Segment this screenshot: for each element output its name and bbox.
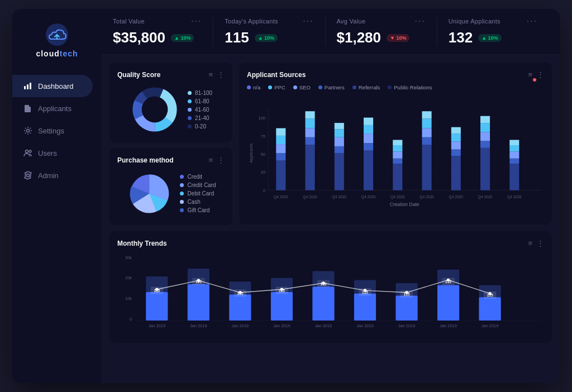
stat-total-value-more[interactable]: ···	[191, 17, 202, 26]
svg-rect-64	[422, 111, 432, 118]
applicant-sources-title: Applicant Sources	[247, 71, 306, 79]
svg-text:0: 0	[263, 188, 265, 193]
monthly-chart-container: 0 10k 20k 30k 115 Jan	[117, 253, 544, 333]
svg-text:0: 0	[130, 317, 132, 322]
more-icon-3[interactable]: ⋮	[537, 70, 544, 79]
filter-icon[interactable]: ≡	[208, 70, 213, 79]
svg-rect-44	[335, 137, 344, 146]
svg-text:10k: 10k	[125, 296, 132, 301]
monthly-trends-actions: ≡ ⋮	[528, 239, 544, 247]
svg-rect-72	[480, 148, 490, 190]
svg-rect-45	[335, 130, 344, 137]
svg-rect-33	[276, 136, 285, 144]
svg-rect-2	[27, 84, 28, 89]
svg-rect-114	[312, 287, 334, 321]
svg-rect-134	[479, 297, 501, 321]
more-icon-4[interactable]: ⋮	[537, 239, 544, 247]
svg-rect-60	[422, 145, 432, 190]
stat-avg-value-more[interactable]: ···	[414, 17, 425, 26]
svg-rect-104	[229, 295, 251, 321]
logo-text: cloudtech	[36, 49, 78, 58]
svg-rect-94	[146, 292, 168, 321]
svg-text:25: 25	[261, 170, 265, 175]
purchase-method-panel: Purchase method ≡ ⋮	[109, 148, 232, 225]
svg-text:Jan 2019: Jan 2019	[149, 323, 166, 328]
stat-today-applicants-more[interactable]: ···	[303, 17, 313, 26]
left-panels: Quality Score ≡ ⋮	[109, 63, 232, 224]
svg-text:Q4 2020: Q4 2020	[420, 195, 434, 199]
sidebar-item-applicants[interactable]: Applicants	[12, 97, 93, 119]
sidebar-item-admin[interactable]: Admin	[12, 164, 93, 187]
app-container: cloudtech Dashboard Applicants	[12, 9, 560, 383]
applicant-sources-panel: Applicant Sources ≡ ⋮ n/a PPC SEO Partne…	[239, 63, 552, 224]
svg-point-143	[364, 289, 367, 292]
sidebar-item-settings[interactable]: Settings	[12, 119, 93, 142]
applicant-sources-actions: ≡ ⋮	[528, 70, 544, 79]
logo-icon	[45, 22, 69, 47]
svg-rect-99	[188, 284, 209, 321]
stat-total-value: Total Value ··· $35,800 ▲ 10%	[113, 17, 213, 46]
filter-icon-4[interactable]: ≡	[528, 239, 532, 247]
more-icon-2[interactable]: ⋮	[217, 156, 225, 164]
quality-score-panel: Quality Score ≡ ⋮	[109, 63, 232, 142]
svg-rect-31	[276, 153, 285, 160]
monthly-trends-panel: Monthly Trends ≡ ⋮ 0 10k 20k 30k	[109, 231, 552, 343]
svg-rect-3	[30, 83, 31, 89]
quality-score-actions: ≡ ⋮	[208, 70, 225, 79]
svg-point-141	[280, 288, 284, 291]
svg-text:Q4 2020: Q4 2020	[303, 195, 317, 199]
sidebar-item-admin-label: Admin	[38, 171, 59, 180]
svg-text:Jan 2019: Jan 2019	[482, 323, 499, 328]
more-icon[interactable]: ⋮	[217, 70, 225, 79]
bar-chart-svg: 0 25 50 75 100 Applicants	[247, 95, 544, 217]
svg-point-146	[488, 292, 492, 295]
file-icon	[23, 104, 32, 113]
stat-unique-applicants: Unique Applicants ··· 132 ▲ 10%	[437, 17, 549, 46]
svg-rect-124	[395, 295, 417, 321]
svg-rect-61	[422, 137, 432, 145]
sidebar-item-users-label: Users	[38, 149, 57, 157]
donut-container: 81-100 61-80 41-60 21-40 0-20	[117, 84, 225, 135]
svg-rect-57	[393, 145, 402, 151]
stat-total-value-label: Total Value	[113, 18, 145, 25]
svg-rect-69	[451, 133, 461, 141]
svg-text:Jan 2019: Jan 2019	[440, 323, 457, 328]
svg-rect-56	[393, 151, 402, 158]
svg-rect-119	[354, 294, 376, 321]
monthly-chart-svg: 0 10k 20k 30k 115 Jan	[117, 253, 544, 331]
svg-rect-42	[335, 153, 344, 190]
svg-text:Jan 2019: Jan 2019	[273, 323, 290, 328]
svg-text:Jan 2019: Jan 2019	[232, 323, 249, 328]
filter-icon-3[interactable]: ≡	[528, 70, 532, 79]
filter-icon-2[interactable]: ≡	[208, 156, 213, 164]
svg-rect-62	[422, 128, 432, 137]
content-area: Quality Score ≡ ⋮	[102, 55, 560, 383]
chart-legend: n/a PPC SEO Partners Referrals Public Re…	[247, 84, 544, 90]
svg-rect-79	[509, 159, 519, 164]
donut-chart	[130, 84, 180, 135]
stat-total-value-value: $35,800 ▲ 10%	[113, 29, 202, 46]
svg-rect-52	[364, 118, 373, 125]
svg-text:75: 75	[261, 134, 265, 139]
stat-today-applicants-value: 115 ▲ 10%	[225, 29, 313, 46]
stat-unique-applicants-more[interactable]: ···	[527, 17, 537, 26]
stat-avg-value: Avg Value ··· $1,280 ▼ 10%	[326, 17, 437, 46]
svg-rect-39	[306, 119, 315, 128]
svg-text:Q4 2020: Q4 2020	[478, 195, 493, 199]
svg-point-144	[405, 291, 408, 294]
svg-rect-50	[364, 133, 373, 143]
svg-rect-70	[451, 127, 461, 133]
sidebar: cloudtech Dashboard Applicants	[12, 9, 102, 383]
svg-rect-32	[276, 144, 285, 153]
svg-text:Q4 2020: Q4 2020	[361, 195, 376, 199]
svg-point-9	[27, 174, 30, 177]
svg-rect-38	[306, 128, 315, 137]
svg-text:100: 100	[259, 116, 266, 121]
sidebar-item-settings-label: Settings	[38, 127, 64, 135]
purchase-method-title: Purchase method	[117, 156, 174, 164]
sidebar-item-dashboard[interactable]: Dashboard	[12, 75, 93, 97]
svg-rect-109	[271, 292, 293, 321]
sidebar-item-users[interactable]: Users	[12, 142, 93, 164]
stat-today-applicants: Today's Applicants ··· 115 ▲ 10%	[213, 17, 325, 46]
chart-bar-icon	[23, 82, 32, 90]
